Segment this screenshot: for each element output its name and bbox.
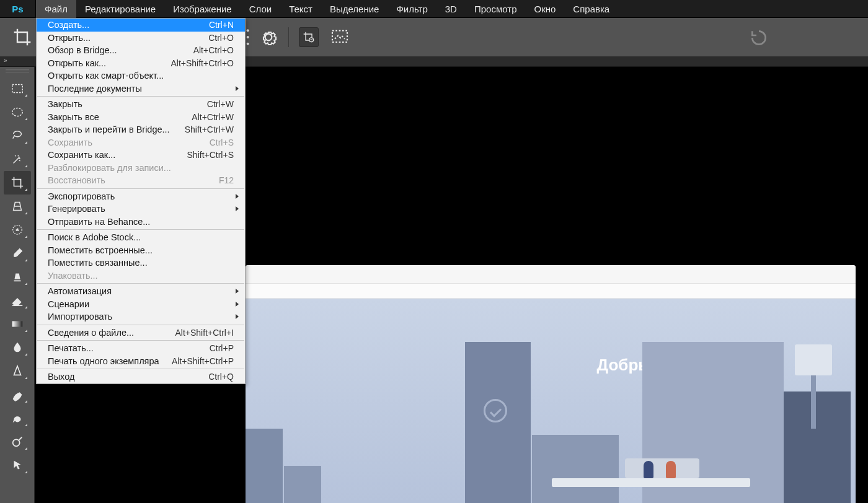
svg-point-15 bbox=[16, 229, 19, 231]
menu-item[interactable]: Генерировать bbox=[37, 203, 245, 216]
menu-item[interactable]: Закрыть всеAlt+Ctrl+W bbox=[37, 111, 245, 124]
tool-clone-stamp[interactable] bbox=[4, 265, 31, 289]
tool-marquee-rect[interactable] bbox=[4, 77, 31, 100]
tool-eraser[interactable] bbox=[4, 289, 31, 312]
menu-item[interactable]: Последние документы bbox=[37, 82, 245, 95]
menu-item[interactable]: Открыть как...Alt+Shift+Ctrl+O bbox=[37, 57, 245, 70]
svg-rect-11 bbox=[332, 30, 347, 42]
menu-item-label: Печать одного экземпляра bbox=[48, 355, 159, 368]
menu-текст[interactable]: Текст bbox=[280, 0, 321, 18]
menu-item-shortcut: Alt+Shift+Ctrl+P bbox=[172, 355, 234, 368]
menu-item-label: Закрыть все bbox=[48, 111, 99, 124]
content-aware-icon[interactable] bbox=[330, 27, 350, 47]
menu-item-shortcut: Alt+Ctrl+O bbox=[193, 44, 234, 57]
menu-item[interactable]: Создать...Ctrl+N bbox=[37, 19, 245, 32]
menu-item[interactable]: Закрыть и перейти в Bridge...Shift+Ctrl+… bbox=[37, 123, 245, 136]
sign-icon bbox=[795, 344, 832, 375]
menu-item[interactable]: Открыть...Ctrl+O bbox=[37, 32, 245, 45]
menu-item[interactable]: Обзор в Bridge...Alt+Ctrl+O bbox=[37, 44, 245, 57]
menu-item-label: Сохранить bbox=[48, 136, 92, 149]
crop-tool-icon[interactable] bbox=[12, 27, 32, 47]
menu-item-label: Открыть как смарт-объект... bbox=[48, 69, 164, 82]
tool-spot-heal[interactable] bbox=[4, 218, 31, 242]
menu-separator bbox=[37, 369, 244, 369]
tool-smudge[interactable] bbox=[4, 406, 31, 430]
menu-item[interactable]: Сведения о файле...Alt+Shift+Ctrl+I bbox=[37, 326, 245, 339]
tool-path-select[interactable] bbox=[4, 453, 31, 477]
menu-item-label: Последние документы bbox=[48, 82, 142, 95]
menu-item[interactable]: Отправить на Behance... bbox=[37, 216, 245, 229]
menu-item-label: Сценарии bbox=[48, 298, 89, 311]
tool-sharpen[interactable] bbox=[4, 359, 31, 383]
menu-item-shortcut: F12 bbox=[219, 174, 234, 187]
settings-icon[interactable] bbox=[259, 27, 278, 47]
menu-item-label: Поиск в Adobe Stock... bbox=[48, 231, 141, 244]
menu-item-label: Экспортировать bbox=[48, 190, 115, 203]
menu-separator bbox=[37, 229, 244, 230]
menu-справка[interactable]: Справка bbox=[564, 0, 618, 18]
menu-separator bbox=[37, 325, 244, 325]
menu-item-shortcut: Alt+Ctrl+W bbox=[192, 111, 234, 124]
menu-файл[interactable]: Файл bbox=[36, 0, 76, 18]
menu-item: Разблокировать для записи... bbox=[37, 162, 245, 175]
tool-brush[interactable] bbox=[4, 242, 31, 265]
menu-item[interactable]: ЗакрытьCtrl+W bbox=[37, 98, 245, 111]
tool-crop[interactable] bbox=[4, 171, 31, 195]
menu-item-shortcut: Alt+Shift+Ctrl+I bbox=[175, 326, 234, 339]
menu-item[interactable]: Сохранить как...Shift+Ctrl+S bbox=[37, 149, 245, 162]
menu-просмотр[interactable]: Просмотр bbox=[466, 0, 526, 18]
menu-item-shortcut: Ctrl+W bbox=[207, 98, 234, 111]
svg-point-13 bbox=[12, 108, 22, 116]
menu-фильтр[interactable]: Фильтр bbox=[388, 0, 436, 18]
menu-item[interactable]: Поместить связанные... bbox=[37, 256, 245, 269]
menu-item[interactable]: Поиск в Adobe Stock... bbox=[37, 231, 245, 244]
panel-handle[interactable] bbox=[6, 69, 29, 73]
menu-изображение[interactable]: Изображение bbox=[164, 0, 241, 18]
menu-item[interactable]: Экспортировать bbox=[37, 190, 245, 203]
menu-item[interactable]: Сценарии bbox=[37, 298, 245, 311]
menu-item[interactable]: ВыходCtrl+Q bbox=[37, 370, 245, 383]
submenu-arrow-icon bbox=[236, 314, 239, 319]
menu-item[interactable]: Автоматизация bbox=[37, 285, 245, 298]
menu-item[interactable]: Импортировать bbox=[37, 310, 245, 323]
menu-слои[interactable]: Слои bbox=[241, 0, 280, 18]
menu-3d[interactable]: 3D bbox=[436, 0, 466, 18]
expand-icon: » bbox=[4, 57, 7, 64]
menu-item[interactable]: Печать одного экземпляраAlt+Shift+Ctrl+P bbox=[37, 355, 245, 368]
menu-item-label: Автоматизация bbox=[48, 285, 112, 298]
tool-dodge[interactable] bbox=[4, 430, 31, 453]
menu-окно[interactable]: Окно bbox=[525, 0, 564, 18]
tool-blur[interactable] bbox=[4, 336, 31, 359]
svg-rect-16 bbox=[12, 321, 22, 326]
tool-perspective-crop[interactable] bbox=[4, 195, 31, 218]
menu-item-shortcut: Shift+Ctrl+W bbox=[185, 123, 234, 136]
logo-text: Ps bbox=[12, 4, 23, 14]
menu-item-shortcut: Alt+Shift+Ctrl+O bbox=[170, 57, 234, 70]
menu-item-label: Генерировать bbox=[48, 203, 105, 216]
tool-magic-wand[interactable] bbox=[4, 147, 31, 171]
menu-редактирование[interactable]: Редактирование bbox=[76, 0, 164, 18]
menu-item[interactable]: Печатать...Ctrl+P bbox=[37, 342, 245, 355]
menu-separator bbox=[37, 96, 244, 97]
file-menu-dropdown: Создать...Ctrl+NОткрыть...Ctrl+OОбзор в … bbox=[36, 18, 246, 384]
svg-point-9 bbox=[247, 43, 249, 45]
menu-item-label: Поместить связанные... bbox=[48, 256, 148, 269]
tool-gradient[interactable] bbox=[4, 312, 31, 336]
reset-icon[interactable] bbox=[749, 28, 769, 48]
tool-lasso[interactable] bbox=[4, 124, 31, 147]
menubar: Ps ФайлРедактированиеИзображениеСлоиТекс… bbox=[0, 0, 868, 18]
tool-marquee-ellipse[interactable] bbox=[4, 100, 31, 124]
menu-item-label: Сохранить как... bbox=[48, 149, 115, 162]
tool-pen[interactable] bbox=[4, 383, 31, 406]
menu-item: СохранитьCtrl+S bbox=[37, 136, 245, 149]
doc-illustration: Добрый день! bbox=[246, 299, 856, 503]
menu-выделение[interactable]: Выделение bbox=[321, 0, 388, 18]
menu-item-label: Упаковать... bbox=[48, 269, 98, 282]
menu-item-label: Сведения о файле... bbox=[48, 326, 134, 339]
menu-item[interactable]: Поместить встроенные... bbox=[37, 244, 245, 257]
menu-item[interactable]: Открыть как смарт-объект... bbox=[37, 69, 245, 82]
menu-item-label: Разблокировать для записи... bbox=[48, 162, 171, 175]
delete-cropped-icon[interactable] bbox=[299, 27, 319, 47]
app-logo: Ps bbox=[0, 0, 36, 18]
toolbox bbox=[0, 67, 35, 503]
